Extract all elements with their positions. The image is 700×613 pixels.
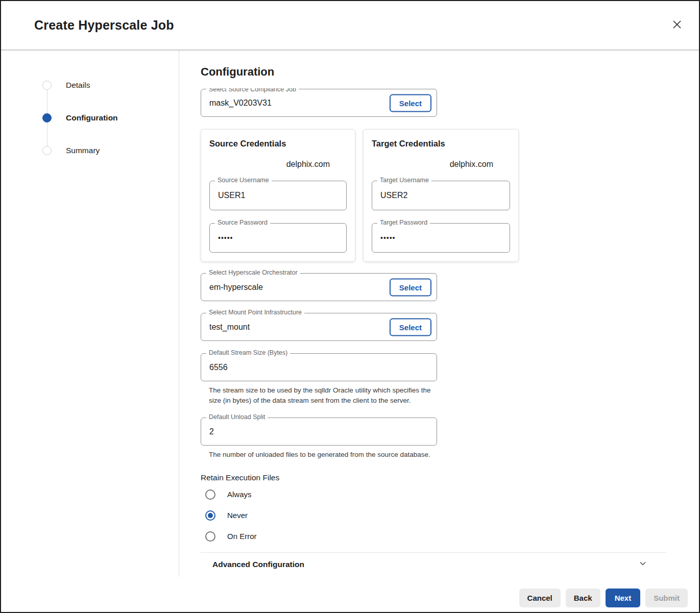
- default-stream-size-field[interactable]: Default Stream Size (Bytes) 6556: [201, 353, 437, 381]
- radio-label: Never: [227, 511, 248, 520]
- target-password-value: •••••: [380, 234, 396, 242]
- cancel-button[interactable]: Cancel: [519, 589, 561, 607]
- step-label: Configuration: [66, 113, 118, 122]
- select-orchestrator-button[interactable]: Select: [390, 278, 431, 296]
- back-button[interactable]: Back: [566, 589, 600, 607]
- advanced-configuration-accordion[interactable]: Advanced Configuration: [201, 552, 666, 577]
- step-label: Summary: [66, 146, 100, 155]
- radio-icon: [205, 489, 215, 500]
- submit-button[interactable]: Submit: [645, 589, 688, 607]
- step-configuration[interactable]: Configuration: [42, 113, 179, 122]
- target-credentials-card: Target Credentials delphix.com Target Us…: [363, 129, 519, 262]
- target-username-field[interactable]: Target Username USER2: [372, 181, 510, 210]
- step-connector: [47, 90, 47, 113]
- field-label: Select Mount Point Infrastructure: [206, 309, 304, 316]
- radio-icon: [205, 531, 215, 542]
- next-button[interactable]: Next: [606, 589, 641, 607]
- create-hyperscale-job-dialog: Create Hyperscale Job Details Configurat…: [0, 0, 700, 613]
- step-circle-icon: [42, 146, 52, 155]
- step-label: Details: [66, 81, 90, 90]
- source-credentials-card: Source Credentials delphix.com Source Us…: [201, 129, 355, 262]
- retain-execution-files-label: Retain Execution Files: [201, 473, 666, 482]
- mount-point-infrastructure-field[interactable]: Select Mount Point Infrastructure test_m…: [201, 313, 437, 341]
- radio-option-on-error[interactable]: On Error: [205, 531, 666, 542]
- source-compliance-job-field[interactable]: Select Source Compliance Job mask_V0203V…: [201, 89, 437, 117]
- default-unload-split-value: 2: [209, 427, 214, 436]
- target-credentials-heading: Target Credentials: [372, 139, 510, 149]
- hyperscale-orchestrator-field[interactable]: Select Hyperscale Orchestrator em-hypers…: [201, 273, 437, 301]
- radio-option-always[interactable]: Always: [205, 489, 666, 500]
- select-compliance-job-button[interactable]: Select: [390, 94, 431, 112]
- radio-label: Always: [227, 490, 252, 499]
- chevron-down-icon: [639, 559, 647, 570]
- dialog-header: Create Hyperscale Job: [1, 1, 699, 50]
- close-button[interactable]: [668, 17, 686, 34]
- source-username-value: USER1: [218, 191, 245, 200]
- mount-point-value: test_mount: [209, 323, 250, 332]
- dialog-footer: Cancel Back Next Submit: [1, 577, 699, 612]
- step-circle-active-icon: [42, 113, 52, 122]
- hyperscale-orchestrator-value: em-hyperscale: [209, 283, 263, 292]
- configuration-panel: Configuration Select Source Compliance J…: [179, 50, 699, 577]
- field-label: Source Username: [215, 177, 272, 184]
- close-icon: [671, 19, 683, 32]
- target-username-value: USER2: [380, 191, 407, 200]
- step-details[interactable]: Details: [42, 81, 179, 90]
- field-label: Select Source Compliance Job: [206, 88, 299, 94]
- source-password-value: •••••: [218, 234, 233, 242]
- step-connector: [47, 122, 47, 146]
- field-label: Target Username: [377, 177, 431, 184]
- source-domain: delphix.com: [209, 160, 347, 169]
- source-username-field[interactable]: Source Username USER1: [209, 181, 347, 210]
- field-label: Source Password: [215, 219, 270, 227]
- unload-split-helper-text: The number of unloaded files to be gener…: [209, 450, 431, 460]
- field-label: Default Stream Size (Bytes): [206, 349, 290, 357]
- step-summary[interactable]: Summary: [42, 146, 179, 155]
- advanced-configuration-label: Advanced Configuration: [212, 560, 304, 569]
- source-credentials-heading: Source Credentials: [209, 139, 347, 149]
- radio-selected-icon: [205, 510, 215, 521]
- field-label: Select Hyperscale Orchestrator: [206, 269, 300, 277]
- radio-label: On Error: [227, 532, 257, 541]
- source-password-field[interactable]: Source Password •••••: [209, 223, 347, 253]
- step-circle-icon: [42, 81, 52, 90]
- field-label: Default Unload Split: [206, 413, 268, 421]
- page-title: Configuration: [201, 65, 666, 79]
- default-stream-size-value: 6556: [209, 363, 228, 372]
- target-password-field[interactable]: Target Password •••••: [372, 223, 510, 253]
- select-mount-point-button[interactable]: Select: [390, 318, 431, 336]
- dialog-title: Create Hyperscale Job: [34, 18, 174, 33]
- stepper-sidebar: Details Configuration Summary: [1, 50, 179, 577]
- field-label: Target Password: [377, 219, 430, 227]
- source-compliance-job-value: mask_V0203V31: [209, 99, 272, 108]
- default-unload-split-field[interactable]: Default Unload Split 2: [201, 418, 437, 446]
- credentials-section: Source Credentials delphix.com Source Us…: [201, 129, 666, 262]
- radio-option-never[interactable]: Never: [205, 510, 666, 521]
- stream-size-helper-text: The stream size to be used by the sqlldr…: [209, 385, 431, 405]
- target-domain: delphix.com: [372, 160, 510, 169]
